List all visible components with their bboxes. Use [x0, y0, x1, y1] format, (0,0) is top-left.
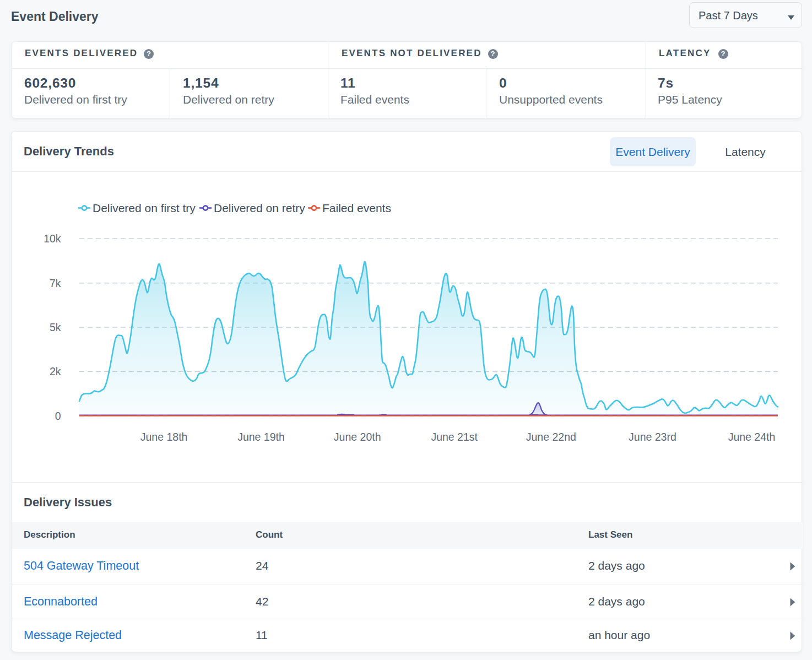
svg-text:June 23rd: June 23rd — [629, 431, 676, 443]
svg-text:June 18th: June 18th — [140, 431, 188, 443]
svg-text:June 20th: June 20th — [334, 431, 381, 443]
svg-text:7k: 7k — [50, 277, 61, 289]
svg-text:10k: 10k — [44, 232, 61, 245]
svg-text:2k: 2k — [50, 365, 61, 377]
svg-text:June 19th: June 19th — [237, 431, 285, 443]
svg-text:June 21st: June 21st — [431, 431, 478, 443]
svg-text:0: 0 — [55, 410, 61, 422]
svg-text:June 24th: June 24th — [728, 431, 776, 443]
svg-text:June 22nd: June 22nd — [526, 431, 576, 443]
svg-text:5k: 5k — [50, 321, 61, 333]
